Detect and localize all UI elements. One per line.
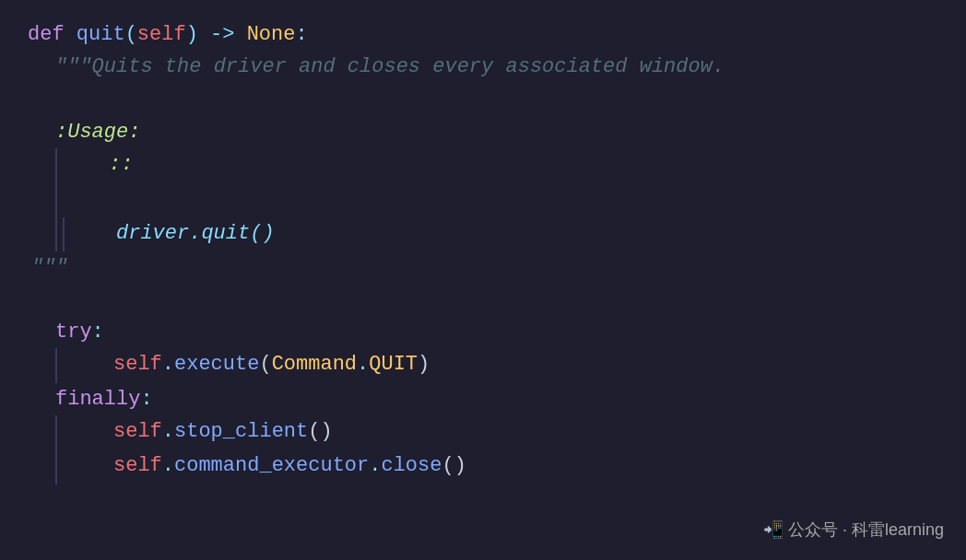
quit-const: QUIT <box>369 348 418 382</box>
keyword-finally: finally <box>55 383 140 415</box>
dot-5: . <box>369 449 381 484</box>
line-blank3 <box>28 284 938 316</box>
docstring-close-text: """ <box>31 251 68 284</box>
paren-execute-close: ) <box>418 348 430 382</box>
self-2: self <box>113 415 162 449</box>
watermark: 📲 公众号 · 科雷learning <box>763 517 944 543</box>
parens-close: () <box>442 449 465 484</box>
line-docstring-open: """Quits the driver and closes every ass… <box>28 51 938 83</box>
command-quit: Command <box>272 348 357 382</box>
dot-3: . <box>162 415 174 449</box>
arrow: -> <box>210 18 234 51</box>
line-colons: :: <box>28 148 938 182</box>
dot-1: . <box>162 348 174 382</box>
usage-colons: :: <box>109 148 133 182</box>
none-type: None <box>247 18 296 51</box>
line-docstring-close: """ <box>28 251 938 284</box>
indent-bar-5 <box>55 348 57 382</box>
line-blank2 <box>28 182 938 216</box>
dot-4: . <box>162 449 174 484</box>
driver-quit-call: driver.quit() <box>116 217 275 251</box>
line-usage: :Usage: <box>28 116 938 148</box>
watermark-icon: 📲 <box>763 520 783 539</box>
line-try: try: <box>28 316 938 348</box>
method-close: close <box>381 449 442 484</box>
watermark-text: 公众号 · 科雷learning <box>788 520 944 539</box>
docstring-open-text: """Quits the driver and closes every ass… <box>55 51 724 83</box>
indent-bar-4 <box>63 217 65 251</box>
indent-bar-7 <box>55 449 57 484</box>
keyword-def: def <box>28 18 77 51</box>
indent-bar-2 <box>55 182 57 216</box>
line-driver-quit: driver.quit() <box>28 217 938 251</box>
line-finally: finally: <box>28 383 938 415</box>
paren-execute-open: ( <box>259 348 271 382</box>
line-execute: self.execute(Command.QUIT) <box>28 348 938 382</box>
fn-name: quit <box>77 18 125 51</box>
paren-close: ) <box>186 18 198 51</box>
indent-bar-3 <box>55 217 57 251</box>
line-stop-client: self.stop_client() <box>28 415 938 449</box>
try-colon: : <box>92 316 104 348</box>
dot-2: . <box>357 348 369 382</box>
finally-colon: : <box>140 383 152 415</box>
space <box>198 18 210 51</box>
line-blank1 <box>28 83 938 115</box>
method-execute: execute <box>174 348 259 382</box>
code-viewer: def quit(self) -> None: """Quits the dri… <box>0 0 966 560</box>
param-self: self <box>137 18 186 51</box>
line-close: self.command_executor.close() <box>28 449 938 484</box>
self-1: self <box>113 348 162 382</box>
usage-label: :Usage: <box>55 116 140 148</box>
self-3: self <box>113 449 162 484</box>
keyword-try: try <box>55 316 92 348</box>
indent-bar-6 <box>55 415 57 449</box>
colon: : <box>295 18 307 51</box>
line-def: def quit(self) -> None: <box>28 18 938 51</box>
space2 <box>234 18 246 51</box>
indent-bar-1 <box>55 148 57 182</box>
parens-stop: () <box>308 415 332 449</box>
method-command-executor: command_executor <box>174 449 369 484</box>
paren-open: ( <box>125 18 137 51</box>
method-stop-client: stop_client <box>174 415 308 449</box>
